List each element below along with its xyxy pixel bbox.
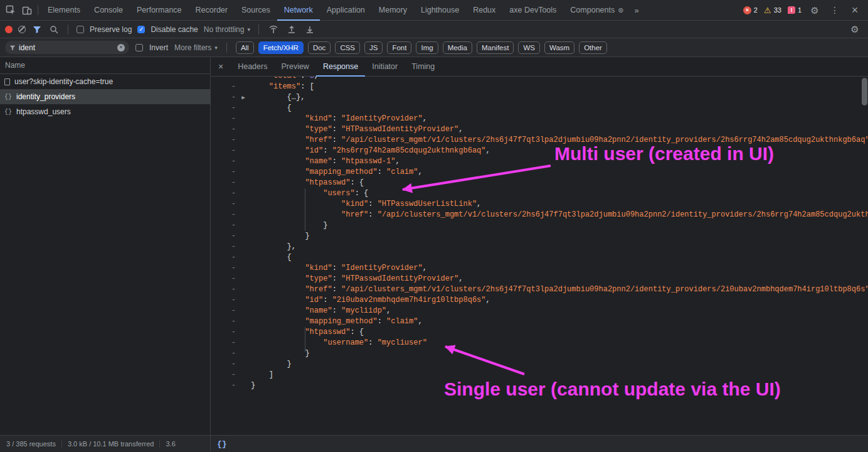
filter-icon[interactable] — [31, 21, 43, 38]
throttling-dropdown[interactable]: No throttling ▾ — [204, 25, 250, 34]
chip-all[interactable]: All — [236, 41, 254, 54]
more-filters-dropdown[interactable]: More filters ▾ — [174, 43, 218, 52]
tab-application[interactable]: Application — [320, 0, 372, 21]
chip-font[interactable]: Font — [387, 41, 411, 54]
clear-filter-icon[interactable]: × — [117, 44, 125, 51]
fold-marker[interactable]: - — [211, 231, 236, 242]
fold-marker[interactable]: - — [211, 210, 236, 220]
tab-axe-devtools[interactable]: axe DevTools — [502, 0, 563, 21]
tab-sources[interactable]: Sources — [235, 0, 277, 21]
fold-marker[interactable]: - — [211, 114, 236, 124]
response-body-view[interactable]: - "total": 3,- "items": [-▶ {…},- {- "ki… — [211, 77, 868, 435]
request-row-user[interactable]: user?skip-identity-cache=true — [0, 74, 210, 89]
network-filter-input[interactable] — [19, 43, 114, 52]
fold-marker[interactable]: - — [211, 124, 236, 135]
disable-cache-checkbox[interactable]: ✓ — [137, 26, 145, 33]
tab-elements[interactable]: Elements — [41, 0, 87, 21]
detail-tab-timing[interactable]: Timing — [405, 57, 442, 77]
fold-marker[interactable]: - — [211, 327, 236, 338]
fold-marker[interactable]: - — [211, 167, 236, 178]
fold-marker[interactable]: - — [211, 135, 236, 146]
fold-marker[interactable]: - — [211, 178, 236, 188]
device-toolbar-icon[interactable] — [19, 2, 35, 18]
preserve-log-checkbox[interactable] — [77, 26, 84, 33]
chip-img[interactable]: Img — [416, 41, 438, 54]
chip-wasm[interactable]: Wasm — [544, 41, 574, 54]
more-options-icon[interactable]: ⋮ — [827, 2, 843, 18]
divider — [226, 43, 227, 53]
fold-marker[interactable]: - — [211, 306, 236, 316]
request-row-htpasswd-users[interactable]: {}htpasswd_users — [0, 104, 210, 119]
fold-marker[interactable]: - — [211, 77, 236, 82]
fold-marker[interactable]: - — [211, 274, 236, 284]
token: "2hs6rrg74h2am85cdqug2ukthnkgb6aq" — [332, 146, 486, 155]
import-har-icon[interactable] — [285, 21, 298, 38]
fold-marker[interactable]: - — [211, 348, 236, 359]
network-conditions-icon[interactable] — [267, 21, 280, 38]
fold-marker[interactable]: - — [211, 380, 236, 391]
fold-marker[interactable]: - — [211, 146, 236, 156]
format-braces-icon[interactable]: {} — [217, 439, 227, 449]
fold-marker[interactable]: - — [211, 156, 236, 167]
token: "total" — [269, 77, 300, 80]
search-icon[interactable] — [48, 21, 60, 38]
record-network-log-icon[interactable] — [5, 26, 13, 33]
tab-recorder[interactable]: Recorder — [189, 0, 235, 21]
chip-doc[interactable]: Doc — [308, 41, 331, 54]
fold-marker[interactable]: - — [211, 242, 236, 252]
chip-fetch-xhr[interactable]: Fetch/XHR — [258, 41, 304, 54]
chip-manifest[interactable]: Manifest — [477, 41, 514, 54]
network-settings-gear-icon[interactable]: ⚙ — [847, 21, 863, 38]
network-summary: 3 / 385 requests 3.0 kB / 10.1 MB transf… — [0, 436, 211, 452]
request-row-identity-providers[interactable]: {}identity_providers — [0, 89, 210, 104]
tab-redux[interactable]: Redux — [466, 0, 502, 21]
detail-tab-response[interactable]: Response — [316, 57, 365, 77]
expand-arrow-icon[interactable]: ▶ — [236, 93, 251, 104]
fold-marker[interactable]: - — [211, 92, 236, 103]
tab-performance[interactable]: Performance — [130, 0, 189, 21]
detail-tab-preview[interactable]: Preview — [274, 57, 315, 77]
tab-lighthouse[interactable]: Lighthouse — [414, 0, 466, 21]
token: : — [323, 296, 332, 304]
resource-type-chips: AllFetch/XHRDocCSSJSFontImgMediaManifest… — [236, 41, 607, 54]
export-har-icon[interactable] — [304, 21, 316, 38]
close-devtools-icon[interactable]: × — [847, 2, 863, 18]
detail-tab-initiator[interactable]: Initiator — [365, 57, 405, 77]
fold-marker[interactable]: - — [211, 82, 236, 92]
tab-components[interactable]: Components⊛ — [563, 0, 630, 21]
token: "IdentityProvider" — [341, 114, 423, 123]
fold-marker[interactable]: - — [211, 359, 236, 370]
chip-js[interactable]: JS — [364, 41, 383, 54]
tab-network[interactable]: Network — [277, 0, 320, 21]
fold-marker[interactable]: - — [211, 199, 236, 210]
tab-memory[interactable]: Memory — [372, 0, 414, 21]
detail-tab-headers[interactable]: Headers — [231, 57, 274, 77]
fold-marker[interactable]: - — [211, 370, 236, 380]
fold-marker[interactable]: - — [211, 295, 236, 306]
close-detail-icon[interactable]: × — [211, 62, 231, 72]
fold-marker[interactable]: - — [211, 284, 236, 295]
fold-marker[interactable]: - — [211, 103, 236, 114]
chip-media[interactable]: Media — [443, 41, 472, 54]
fold-marker[interactable]: - — [211, 252, 236, 263]
error-badge[interactable]: × 2 — [742, 6, 759, 14]
fold-marker[interactable]: - — [211, 316, 236, 327]
fold-marker[interactable]: - — [211, 188, 236, 199]
tab-console[interactable]: Console — [87, 0, 130, 21]
fold-marker[interactable]: - — [211, 220, 236, 231]
inspect-element-icon[interactable] — [3, 2, 19, 18]
chip-other[interactable]: Other — [579, 41, 607, 54]
fold-marker[interactable]: - — [211, 263, 236, 274]
fold-marker[interactable]: - — [211, 338, 236, 348]
chip-ws[interactable]: WS — [518, 41, 540, 54]
chip-css[interactable]: CSS — [335, 41, 360, 54]
warning-badge[interactable]: ⚠ 33 — [763, 6, 783, 14]
vertical-scrollbar-thumb[interactable] — [862, 78, 867, 105]
invert-checkbox[interactable] — [135, 44, 143, 51]
issues-badge[interactable]: ! 1 — [786, 6, 803, 14]
token: "htpasswd" — [305, 178, 350, 187]
token: "id" — [305, 296, 323, 304]
clear-network-log-icon[interactable] — [18, 26, 26, 33]
settings-gear-icon[interactable]: ⚙ — [807, 2, 823, 18]
more-tabs-chevron[interactable]: » — [630, 6, 642, 15]
